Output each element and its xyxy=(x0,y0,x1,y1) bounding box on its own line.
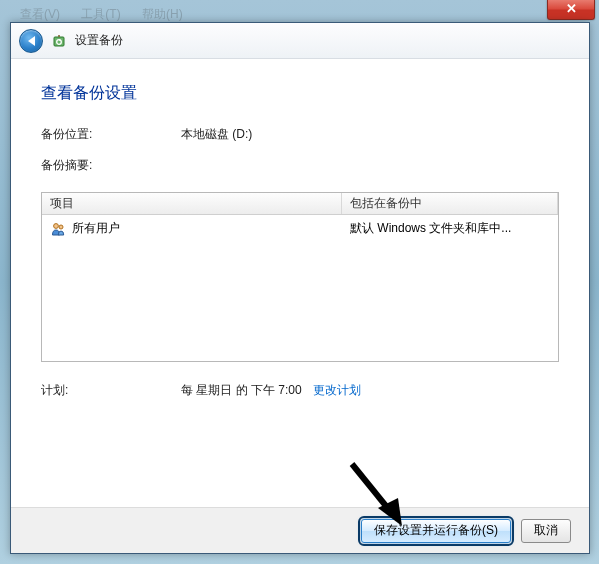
table-row[interactable]: 所有用户 默认 Windows 文件夹和库中... xyxy=(42,215,558,242)
back-button[interactable] xyxy=(19,29,43,53)
change-schedule-link[interactable]: 更改计划 xyxy=(313,383,361,397)
table-cell-item-text: 所有用户 xyxy=(72,220,120,237)
page-title: 查看备份设置 xyxy=(41,83,559,104)
wizard-body: 查看备份设置 备份位置: 本地磁盘 (D:) 备份摘要: 项目 包括在备份中 xyxy=(11,59,589,507)
wizard-title: 设置备份 xyxy=(75,32,123,49)
summary-table: 项目 包括在备份中 所有用户 默认 Windows 文件夹和库中.. xyxy=(41,192,559,362)
table-col-item[interactable]: 项目 xyxy=(42,193,342,214)
backup-icon xyxy=(51,33,67,49)
wizard-footer: 保存设置并运行备份(S) 取消 xyxy=(11,507,589,553)
schedule-label: 计划: xyxy=(41,382,181,399)
window-close-button[interactable]: ✕ xyxy=(547,0,595,20)
backup-location-value: 本地磁盘 (D:) xyxy=(181,126,252,143)
backup-location-row: 备份位置: 本地磁盘 (D:) xyxy=(41,126,559,143)
wizard-header: 设置备份 xyxy=(11,23,589,59)
backup-location-label: 备份位置: xyxy=(41,126,181,143)
table-header: 项目 包括在备份中 xyxy=(42,193,558,215)
users-icon xyxy=(50,221,66,237)
cancel-button[interactable]: 取消 xyxy=(521,519,571,543)
backup-summary-label-row: 备份摘要: xyxy=(41,157,559,174)
wizard-window: 设置备份 查看备份设置 备份位置: 本地磁盘 (D:) 备份摘要: 项目 包括在… xyxy=(10,22,590,554)
table-cell-item: 所有用户 xyxy=(42,218,342,239)
svg-point-3 xyxy=(59,225,63,229)
schedule-value: 每 星期日 的 下午 7:00 xyxy=(181,383,302,397)
table-col-included[interactable]: 包括在备份中 xyxy=(342,193,558,214)
schedule-row: 计划: 每 星期日 的 下午 7:00 更改计划 xyxy=(41,382,559,399)
table-cell-included: 默认 Windows 文件夹和库中... xyxy=(342,218,558,239)
background-menubar: 查看(V) 工具(T) 帮助(H) xyxy=(20,6,201,23)
backup-summary-label: 备份摘要: xyxy=(41,157,181,174)
svg-point-2 xyxy=(54,223,59,228)
save-and-run-button[interactable]: 保存设置并运行备份(S) xyxy=(361,519,511,543)
